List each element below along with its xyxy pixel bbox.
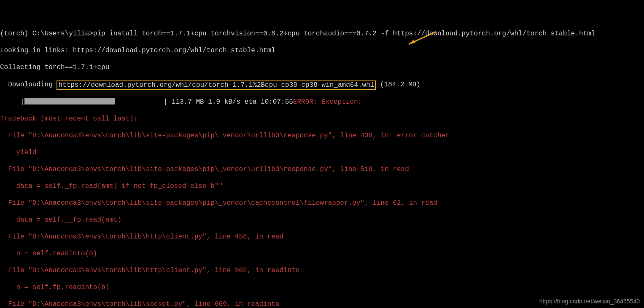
traceback-line: data = self._fp.read(amt) if not fp_clos…	[0, 182, 644, 190]
traceback-line: n = self.readinto(b)	[0, 249, 644, 258]
error-exception-label: ERROR: Exception:	[293, 98, 362, 106]
traceback-line: File "D:\Anaconda3\envs\torch\lib\site-p…	[0, 199, 644, 207]
env-name: (torch)	[0, 30, 28, 37]
collecting-line: Collecting torch==1.7.1+cpu	[0, 63, 644, 72]
traceback-line: data = self.__fp.read(amt)	[0, 216, 644, 224]
traceback-line: File "D:\Anaconda3\envs\torch\lib\http\c…	[0, 233, 644, 241]
progress-line: || 113.7 MB 1.9 kB/s eta 10:07:55ERROR: …	[0, 98, 644, 106]
download-url: https://download.pytorch.org/whl/cpu/tor…	[58, 81, 374, 89]
download-size: (184.2 MB)	[376, 81, 420, 88]
traceback-line: File "D:\Anaconda3\envs\torch\lib\site-p…	[0, 131, 644, 140]
watermark-text: https://blog.csdn.net/weixin_36465540	[539, 297, 640, 305]
traceback-line: File "D:\Anaconda3\envs\torch\lib\http\c…	[0, 266, 644, 275]
downloading-prefix: Downloading	[0, 81, 57, 88]
terminal-output[interactable]: (torch) C:\Users\yilia>pip install torch…	[0, 0, 644, 308]
traceback-line: yield	[0, 148, 644, 157]
download-url-highlight: https://download.pytorch.org/whl/cpu/tor…	[57, 80, 376, 90]
progress-status: | 113.7 MB 1.9 kB/s eta 10:07:55	[164, 98, 293, 106]
traceback1-header: Traceback (most recent call last):	[0, 115, 644, 123]
looking-links: Looking in links: https://download.pytor…	[0, 46, 644, 55]
command-line: (torch) C:\Users\yilia>pip install torch…	[0, 29, 644, 38]
progress-fill	[24, 98, 115, 104]
pip-command: pip install torch==1.7.1+cpu torchvision…	[93, 30, 595, 37]
cwd-path: C:\Users\yilia>	[32, 30, 93, 37]
traceback-line: n = self.fp.readinto(b)	[0, 283, 644, 292]
progress-lead: |	[0, 98, 24, 106]
downloading-line: Downloading https://download.pytorch.org…	[0, 80, 644, 89]
traceback-line: File "D:\Anaconda3\envs\torch\lib\site-p…	[0, 165, 644, 174]
progress-bar	[24, 98, 164, 104]
